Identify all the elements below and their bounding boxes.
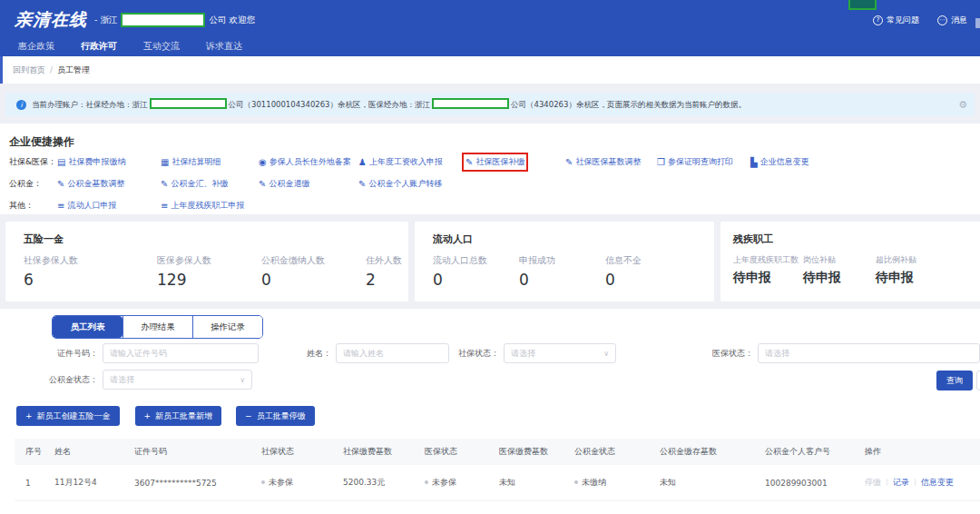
qa-row-label-qita: 其他： [9, 200, 57, 212]
breadcrumb-separator: / [50, 65, 53, 74]
filter-fund-status: 公积金状态： 请选择∨ [16, 370, 252, 390]
status-badge: 未参保 [250, 465, 332, 501]
plus-icon: + [144, 411, 152, 420]
breadcrumb-current: 员工管理 [57, 64, 90, 76]
qa-row-label-shebao: 社保&医保： [9, 156, 57, 168]
card-liudongrenkou: 流动人口 流动人口总数0 申报成功0 信息不全0 [415, 222, 714, 301]
company-region-prefix: - 浙江 [94, 15, 117, 26]
link-canji-zhigong-shenbao[interactable]: ≡上年度残疾职工申报 [161, 200, 244, 212]
notice-redaction-1 [150, 98, 227, 109]
topright-redaction [848, 0, 877, 10]
fund-status-select[interactable]: 请选择∨ [103, 370, 252, 390]
batch-action-buttons: +新员工创建五险一金 +新员工批量新增 −员工批量停缴 [16, 406, 315, 426]
link-gongjijin-jishu-tiaozheng[interactable]: ✎公积金基数调整 [57, 178, 124, 190]
status-badge: 未参保 [414, 501, 488, 514]
medical-status-select[interactable]: 请选择 [758, 343, 980, 363]
quick-actions-section: 企业便捷操作 社保&医保： ▤社保费申报缴纳 ▦社保结算明细 ◉参保人员长住外地… [0, 124, 980, 214]
edit-icon: ✎ [466, 158, 473, 167]
minus-icon: − [245, 411, 252, 420]
record-link[interactable]: 记录 [893, 478, 909, 487]
link-shebaofei-shenbao[interactable]: ▤社保费申报缴纳 [57, 156, 125, 168]
breadcrumb: 回到首页 / 员工管理 [0, 56, 980, 84]
tab-group: 员工列表 办理结果 操作记录 [52, 315, 263, 339]
info-change-link[interactable]: 信息变更 [921, 478, 954, 487]
list-icon: ≡ [57, 202, 64, 211]
link-liudong-renkou-shenbao[interactable]: ≡流动人口申报 [57, 200, 116, 212]
link-changzhu-waidi-beian[interactable]: ◉参保人员长住外地备案 [259, 156, 351, 168]
link-shebao-yibao-jishu-tiaozheng[interactable]: ✎社保医保基数调整 [565, 156, 641, 168]
metric-yibao-canbao: 医保参保人数129 [157, 254, 261, 289]
link-gongjijin-hui-bujiao[interactable]: ✎公积金汇、补缴 [161, 178, 228, 190]
edit-icon: ✎ [57, 180, 64, 189]
card-wuxianyijin: 五险一金 社保参保人数6 医保参保人数129 公积金缴纳人数0 住外人数2 [5, 222, 408, 301]
top-header: 亲清在线 - 浙江 公司 欢迎您 ? 常见问题 ⋯ 消息 惠企政策 行政许可 互… [0, 0, 980, 56]
table-row: 2 test1 4116**********6419 未参保 3321.6元 未… [15, 501, 980, 514]
welcome-text: 公司 欢迎您 [209, 15, 255, 26]
company-name-redaction [121, 13, 205, 27]
partial-reset-button[interactable] [976, 371, 980, 390]
metric-gongjijin-jiaona: 公积金缴纳人数0 [261, 254, 366, 289]
edit-icon: ✎ [565, 158, 573, 167]
employee-panel: 员工列表 办理结果 操作记录 证件号码： 姓名： 社保状态： 请选择∨ 医保状态… [0, 309, 980, 514]
question-icon: ? [873, 15, 883, 25]
row-actions: 停缴记录信息变更 [854, 501, 980, 514]
qa-row-label-gongjijin: 公积金： [9, 178, 57, 190]
link-canbao-zhengming-dayin[interactable]: ❐参保证明查询打印 [657, 156, 733, 168]
status-badge: 未参保 [250, 501, 332, 514]
link-qiye-xinxi-biangeng[interactable]: ▙企业信息变更 [750, 156, 809, 168]
notice-text: 当前办理账户：社保经办地：浙江公司（3011000104340263）余杭区，医… [32, 98, 746, 111]
account-notice-bar: i 当前办理账户：社保经办地：浙江公司（3011000104340263）余杭区… [5, 93, 975, 116]
batch-stop-payment-button[interactable]: −员工批量停缴 [236, 406, 315, 426]
card-title: 流动人口 [433, 232, 714, 246]
link-gongjijin-tuijiao[interactable]: ✎公积金退缴 [259, 178, 309, 190]
metric-shenbao-chenggong: 申报成功0 [519, 254, 605, 289]
metric-liudong-zongshu: 流动人口总数0 [433, 254, 519, 289]
table-row: 1 11月12号4 3607**********5725 未参保 5200.33… [15, 465, 980, 501]
partial-nav-item [975, 18, 980, 28]
status-badge: 未参保 [414, 465, 488, 501]
social-status-select[interactable]: 请选择∨ [504, 343, 616, 363]
message-icon: ⋯ [937, 15, 947, 25]
badge-icon: ◉ [259, 158, 267, 167]
stop-payment-link[interactable]: 停缴 [865, 478, 881, 487]
metric-xinxi-buquan: 信息不全0 [605, 254, 691, 289]
app-logo: 亲清在线 [15, 8, 87, 32]
cert-no-input[interactable] [103, 343, 259, 363]
faq-button[interactable]: ? 常见问题 [873, 15, 919, 26]
link-shebao-yibao-bujiao-highlighted[interactable]: ✎社保医保补缴 [466, 156, 524, 168]
quick-actions-title: 企业便捷操作 [0, 124, 980, 150]
table-header-row: 序号 姓名 证件号码 社保状态 社保缴费基数 医保状态 医保缴费基数 公积金状态… [15, 439, 980, 465]
link-gongjijin-zhanghu-zhuanyi[interactable]: ✎公积金个人账户转移 [358, 178, 442, 190]
messages-button[interactable]: ⋯ 消息 [937, 15, 967, 26]
plus-icon: + [25, 411, 33, 420]
breadcrumb-home-link[interactable]: 回到首页 [13, 64, 45, 76]
row-actions: 停缴记录信息变更 [854, 465, 980, 501]
link-gongzi-shouru-shenbao[interactable]: ♟上年度工资收入申报 [358, 156, 443, 168]
gear-icon[interactable]: ⚙ [958, 99, 967, 111]
card-title: 五险一金 [24, 232, 408, 246]
metric-chaobili-butie: 超比例补贴待申报 [876, 254, 916, 286]
statement-icon: ▦ [161, 158, 169, 167]
tab-operation-log[interactable]: 操作记录 [192, 316, 262, 338]
link-shebao-jiesuan[interactable]: ▦社保结算明细 [161, 156, 220, 168]
printer-icon: ❐ [657, 158, 665, 167]
batch-add-employee-button[interactable]: +新员工批量新增 [135, 406, 222, 426]
search-button[interactable]: 查询 [936, 371, 973, 390]
tab-employee-list[interactable]: 员工列表 [53, 316, 122, 338]
chevron-down-icon: ∨ [240, 376, 245, 384]
edit-icon: ✎ [259, 180, 266, 189]
edit-icon: ✎ [161, 180, 168, 189]
info-icon: i [16, 100, 26, 110]
create-wuxianyijin-button[interactable]: +新员工创建五险一金 [16, 406, 120, 426]
tab-processing-results[interactable]: 办理结果 [122, 316, 192, 338]
list-icon: ≡ [161, 202, 168, 211]
chart-icon: ▙ [750, 158, 758, 167]
metric-gangwei-butie: 岗位补贴待申报 [803, 254, 876, 286]
metric-zhuwai-renshu: 住外人数2 [366, 254, 402, 289]
status-badge: 未缴纳 [564, 501, 649, 514]
stats-cards: 五险一金 社保参保人数6 医保参保人数129 公积金缴纳人数0 住外人数2 流动… [0, 222, 980, 301]
employee-table: 序号 姓名 证件号码 社保状态 社保缴费基数 医保状态 医保缴费基数 公积金状态… [15, 439, 980, 514]
chevron-down-icon: ∨ [603, 350, 609, 358]
metric-canji-zhigongshu: 上年度残疾职工数待申报 [733, 254, 803, 286]
edit-icon: ✎ [358, 180, 366, 189]
